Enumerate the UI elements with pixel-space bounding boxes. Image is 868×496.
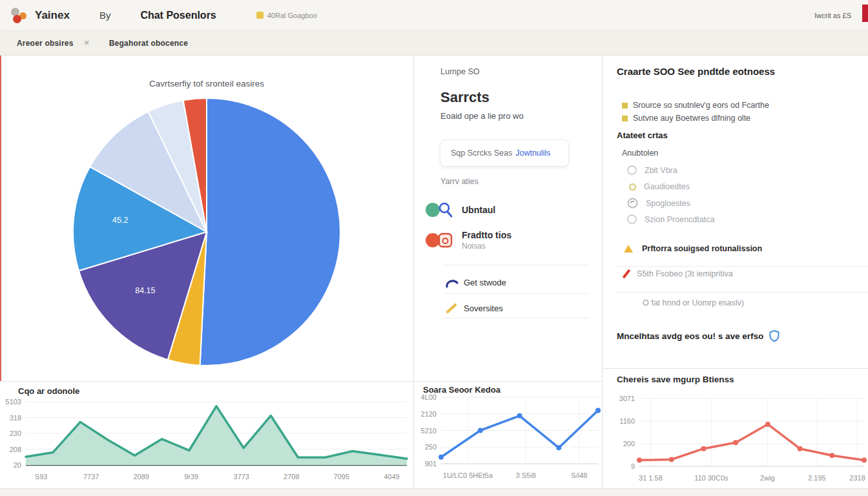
list-item-search[interactable]: Ubntaul <box>414 199 602 221</box>
badge-text: 40Ral Goagboo <box>267 12 317 19</box>
tab-second-label: Begahorat obocence <box>109 39 188 48</box>
note-item: O fat hnnd or Uomrp esaslv) <box>643 298 744 307</box>
tab-first[interactable]: Areoer obsires ✕ <box>17 39 90 48</box>
radio-option[interactable]: Szion Proencdtatca <box>627 214 714 224</box>
search-link[interactable]: Jowtnulils <box>515 149 550 158</box>
svg-text:45.2: 45.2 <box>112 216 128 225</box>
bullet-text: Srource so snutnlev'g eors od Fcarthe <box>633 101 769 110</box>
seo-panel-title: Craarte SOO See pndtde eotnoess <box>617 66 775 77</box>
list-item-label: Soversites <box>464 304 503 313</box>
radio-icon[interactable] <box>629 183 636 191</box>
brand-name: Yainex <box>35 9 70 22</box>
panel-heading: Sarrcts <box>440 89 490 106</box>
svg-text:7737: 7737 <box>83 473 99 480</box>
svg-text:9r39: 9r39 <box>184 473 198 480</box>
svg-text:3773: 3773 <box>234 473 249 480</box>
radio-label: Gaudioedtes <box>644 182 690 191</box>
svg-text:9: 9 <box>631 462 635 470</box>
monitoring-text: Mncelhtas avdg eos ou! s ave erfso <box>617 331 763 341</box>
svg-text:250: 250 <box>425 443 437 451</box>
radio-label: Zblt Vbra <box>645 166 677 175</box>
svg-text:208: 208 <box>10 446 21 453</box>
panel-eyebrow: Lurnpe SO <box>440 67 479 76</box>
device-icon <box>437 232 454 249</box>
panel-subheading: Eoaid ope a lie pro wo <box>440 111 524 121</box>
svg-text:2wig: 2wig <box>760 474 775 482</box>
radio-option[interactable]: Gaudioedtes <box>627 182 690 191</box>
svg-text:3 S5i8: 3 S5i8 <box>516 471 536 479</box>
radio-option[interactable]: Spogloestes <box>627 198 690 209</box>
svg-text:31 1.58: 31 1.58 <box>639 474 663 482</box>
product-title: Chat Posenlors <box>140 10 216 21</box>
bullet-square-icon <box>622 103 628 108</box>
section-label: Yarrv aties <box>440 177 479 186</box>
tab-bar: Areoer obsires ✕ Begahorat obocence <box>0 31 868 56</box>
tab-first-label: Areoer obsires <box>17 39 74 48</box>
svg-text:20: 20 <box>14 461 21 469</box>
magnifier-icon <box>437 202 454 218</box>
subheading-secondary: Anubtolen <box>622 149 658 158</box>
radio-option[interactable]: Zblt Vbra <box>627 165 677 175</box>
radio-icon[interactable] <box>627 214 637 224</box>
divider <box>444 265 589 265</box>
edge-red-button[interactable] <box>862 5 868 22</box>
bullet-text: Sutvne auy Boetwres dlfning olte <box>633 114 750 123</box>
by-label: By <box>99 10 111 21</box>
svg-text:84.15: 84.15 <box>135 286 155 295</box>
bullet-square-icon <box>622 116 628 121</box>
svg-text:110 30C0s: 110 30C0s <box>694 474 728 482</box>
divider <box>615 292 868 293</box>
svg-text:1160: 1160 <box>619 417 635 425</box>
area-chart-block: Cqo ar odonole 510331823020820S937737208… <box>0 381 413 496</box>
line-chart-block: Soara Seoor Kedoa 4L00212052102509011U/L… <box>414 381 602 496</box>
svg-text:1U/LC0 5HEt5a: 1U/LC0 5HEt5a <box>443 471 493 479</box>
radio-label: Szion Proencdtatca <box>645 215 714 224</box>
pie-chart-title: Cavrtserfiy tof sronteil easires <box>0 79 413 88</box>
red-line-chart: 30711160200931 1.58110 30C0s2wig2.195231… <box>603 368 868 496</box>
search-input[interactable]: Sqp Scrcks Seas Jowtnulils <box>440 140 569 167</box>
note-text: O fat hnnd or Uomrp esaslv) <box>643 298 744 307</box>
svg-text:230: 230 <box>10 429 21 437</box>
panel-sources: Lurnpe SO Sarrcts Eoaid ope a lie pro wo… <box>414 56 603 496</box>
svg-text:S93: S93 <box>35 473 48 480</box>
badge-square-icon <box>256 12 264 19</box>
arc-icon <box>444 275 460 289</box>
yandex-logo-icon[interactable] <box>10 6 28 25</box>
bullet-item: Sutvne auy Boetwres dlfning olte <box>622 114 750 123</box>
area-chart-title: Cqo ar odonole <box>18 386 79 396</box>
search-placeholder: Sqp Scrcks Seas <box>451 149 512 158</box>
svg-text:S/i48: S/i48 <box>571 471 587 479</box>
line-chart: 4L00212052102509011U/LC0 5HEt5a3 S5i8S/i… <box>414 381 603 496</box>
divider <box>615 266 868 267</box>
svg-text:318: 318 <box>10 414 21 422</box>
monitoring-note: Mncelhtas avdg eos ou! s ave erfso <box>617 329 780 342</box>
radio-clock-icon[interactable] <box>627 198 638 209</box>
main-content: Cavrtserfiy tof sronteil easires 84.1545… <box>0 56 868 496</box>
bullet-item: Srource so snutnlev'g eors od Fcarthe <box>622 101 769 110</box>
svg-text:2089: 2089 <box>133 473 149 480</box>
radio-icon[interactable] <box>627 165 637 175</box>
error-text: S5th Fsobeo (3t iemipritiva <box>637 269 733 278</box>
line-chart-title: Soara Seoor Kedoa <box>423 385 501 395</box>
red-slash-icon <box>622 269 630 278</box>
svg-text:2120: 2120 <box>421 410 437 418</box>
svg-text:901: 901 <box>425 460 437 468</box>
area-chart: 510331823020820S93773720899r393773270870… <box>0 381 414 496</box>
list-item-notes[interactable]: Soversites <box>414 298 602 318</box>
red-chart-block: Chereis save mgurp Btienss 3071116020093… <box>603 368 868 496</box>
list-item-get-started[interactable]: Get stwode <box>414 273 602 292</box>
account-menu[interactable]: Iwcrit as £S <box>814 12 851 19</box>
list-item-label: Ubntaul <box>462 205 495 215</box>
svg-text:4049: 4049 <box>384 473 399 480</box>
list-item-label: Get stwode <box>464 278 506 287</box>
panel-pie: Cavrtserfiy tof sronteil easires 84.1545… <box>0 56 414 496</box>
pie-chart: 84.1545.2 <box>67 96 346 367</box>
svg-text:7095: 7095 <box>334 473 349 480</box>
footer-strip <box>0 488 868 496</box>
warning-item: Prftorra souigsed rotunalission <box>624 244 762 253</box>
tab-second[interactable]: Begahorat obocence <box>109 39 188 48</box>
close-icon[interactable]: ✕ <box>84 39 90 47</box>
svg-text:200: 200 <box>623 440 635 448</box>
shield-icon <box>769 329 780 342</box>
list-item-radio[interactable]: Fradtto tios Noisas <box>414 226 602 254</box>
